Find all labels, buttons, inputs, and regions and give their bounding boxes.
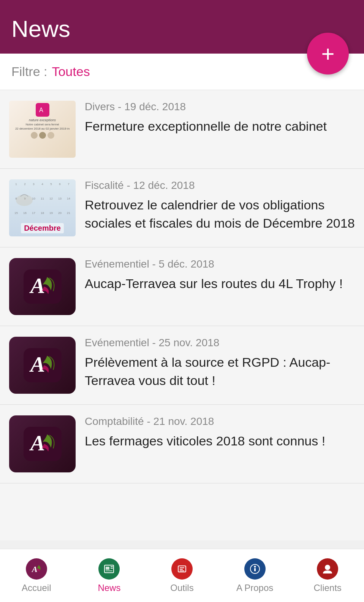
news-thumb-2: 1 2 3 4 5 6 7 8 9 10 11 12 13 14 15 16 1 (9, 179, 76, 236)
plus-icon: + (321, 41, 334, 67)
news-content-5: Comptabilité - 21 nov. 2018 Les fermages… (85, 415, 355, 450)
nav-label-news: News (98, 583, 120, 593)
nav-label-accueil: Accueil (22, 583, 51, 593)
svg-text:A: A (39, 107, 43, 113)
nav-label-apropos: A Propos (236, 583, 273, 593)
news-thumb-4: A (9, 337, 76, 394)
svg-rect-19 (254, 568, 256, 571)
news-list: A nature exceptions Notre cabinet sera f… (0, 90, 364, 540)
nav-item-accueil[interactable]: A Accueil (0, 549, 73, 602)
nav-item-news[interactable]: News (73, 549, 146, 602)
svg-text:A: A (29, 431, 45, 455)
svg-text:A: A (29, 273, 45, 298)
bottom-nav: A Accueil News (0, 549, 364, 602)
news-content-1: Divers - 19 déc. 2018 Fermeture exceptio… (85, 101, 355, 136)
news-item-5[interactable]: A Comptabilité - 21 nov. 2018 Les fermag… (0, 405, 364, 483)
nav-label-clients: Clients (313, 583, 341, 593)
news-meta-2: Fiscalité - 12 déc. 2018 (85, 179, 355, 192)
news-title-5: Les fermages viticoles 2018 sont connus … (85, 432, 355, 450)
add-news-button[interactable]: + (307, 33, 349, 74)
news-thumb-1: A nature exceptions Notre cabinet sera f… (9, 101, 76, 158)
nav-item-clients[interactable]: Clients (291, 549, 364, 602)
news-item-1[interactable]: A nature exceptions Notre cabinet sera f… (0, 90, 364, 169)
news-item-2[interactable]: 1 2 3 4 5 6 7 8 9 10 11 12 13 14 15 16 1 (0, 169, 364, 247)
svg-point-20 (254, 566, 256, 567)
nav-label-outils: Outils (170, 583, 193, 593)
filter-value[interactable]: Toutes (52, 64, 90, 79)
svg-point-21 (325, 565, 330, 570)
news-item-3[interactable]: A Evénementiel - 5 déc. 2018 Aucap-Terra… (0, 247, 364, 326)
news-title-1: Fermeture exceptionnelle de notre cabine… (85, 117, 355, 136)
news-meta-4: Evénementiel - 25 nov. 2018 (85, 337, 355, 349)
news-title-4: Prélèvement à la source et RGPD : Aucap-… (85, 353, 355, 390)
news-content-3: Evénementiel - 5 déc. 2018 Aucap-Terrave… (85, 258, 355, 293)
svg-text:A: A (31, 564, 38, 574)
news-content-2: Fiscalité - 12 déc. 2018 Retrouvez le ca… (85, 179, 355, 232)
news-thumb-5: A (9, 415, 76, 472)
home-icon: A (26, 558, 47, 580)
news-icon (98, 558, 120, 580)
news-thumb-3: A (9, 258, 76, 315)
filter-label: Filtre : (11, 64, 47, 79)
svg-rect-10 (106, 567, 109, 570)
news-meta-3: Evénementiel - 5 déc. 2018 (85, 258, 355, 270)
news-title-2: Retrouvez le calendrier de vos obligatio… (85, 196, 355, 232)
svg-point-1 (16, 195, 33, 206)
page-title: News (11, 16, 70, 42)
app-header: News + (0, 0, 364, 54)
tools-icon (171, 558, 193, 580)
news-meta-1: Divers - 19 déc. 2018 (85, 101, 355, 113)
news-content-4: Evénementiel - 25 nov. 2018 Prélèvement … (85, 337, 355, 390)
clients-icon (317, 558, 338, 580)
news-title-3: Aucap-Terravea sur les routes du 4L Trop… (85, 275, 355, 293)
info-icon (244, 558, 266, 580)
nav-item-apropos[interactable]: A Propos (218, 549, 291, 602)
svg-text:A: A (29, 352, 45, 377)
news-item-4[interactable]: A Evénementiel - 25 nov. 2018 Prélèvemen… (0, 326, 364, 405)
nav-item-outils[interactable]: Outils (146, 549, 218, 602)
news-meta-5: Comptabilité - 21 nov. 2018 (85, 415, 355, 428)
